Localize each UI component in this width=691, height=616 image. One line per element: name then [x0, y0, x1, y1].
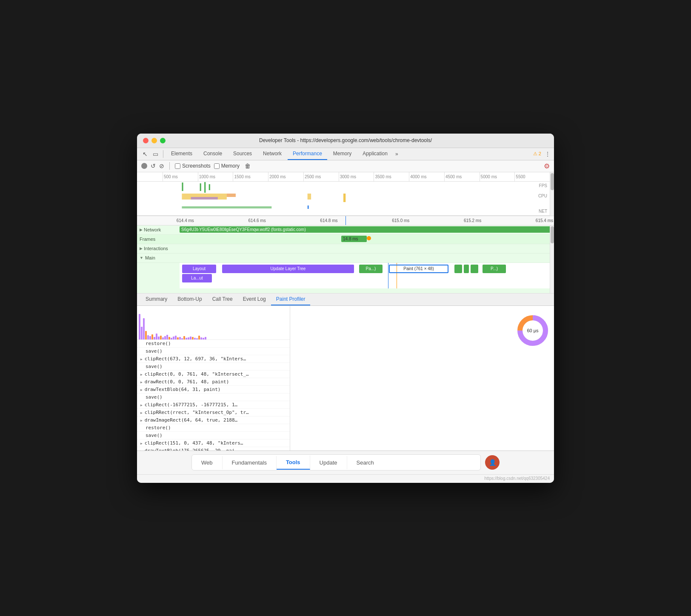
log-item-8[interactable]: clipRect(-16777215, -16777215, 1… — [137, 401, 290, 409]
frames-content: 14.8 ms — [180, 234, 554, 244]
tab-console[interactable]: Console — [198, 148, 227, 160]
block-sm3[interactable] — [471, 265, 478, 273]
log-item-1[interactable]: save() — [137, 348, 290, 355]
reload-button[interactable]: ↺ — [151, 163, 156, 169]
svg-rect-8 — [343, 194, 346, 202]
tab-bottomup[interactable]: Bottom-Up — [172, 294, 207, 305]
log-item-14[interactable]: drawTextBlob(175.265625, 29, pai… — [137, 447, 290, 451]
frames-bar-text: 14.8 ms — [343, 237, 358, 241]
tab-performance[interactable]: Performance — [288, 148, 327, 160]
bar-5 — [147, 335, 149, 339]
watermark: https://blog.csdn.net/qq632305424 — [485, 476, 550, 481]
browser-nav-tools[interactable]: Tools — [277, 456, 310, 470]
screenshots-input[interactable] — [175, 163, 180, 169]
svg-rect-3 — [209, 184, 210, 190]
ruler-4000: 4000 ms — [409, 172, 444, 181]
close-button[interactable] — [143, 138, 148, 143]
timeline-overview-container: 500 ms 1000 ms 1500 ms 2000 ms 2500 ms 3… — [137, 172, 554, 216]
donut-container: 60 μs — [516, 314, 550, 348]
tab-elements[interactable]: Elements — [166, 148, 197, 160]
block-layout2[interactable]: La...ut — [182, 274, 212, 282]
tab-paintprofiler[interactable]: Paint Profiler — [271, 294, 311, 305]
log-item-5[interactable]: drawRect(0, 0, 761, 48, paint) — [137, 378, 290, 386]
tab-sources[interactable]: Sources — [228, 148, 257, 160]
bar-22 — [183, 336, 185, 339]
tab-eventlog[interactable]: Event Log — [238, 294, 271, 305]
timeline-scrollbar[interactable] — [550, 172, 554, 216]
ruler-3000: 3000 ms — [339, 172, 374, 181]
tab-network[interactable]: Network — [258, 148, 287, 160]
block-layout1[interactable]: Layout — [182, 265, 216, 273]
zoom-marks: 614.4 ms 614.6 ms 614.8 ms 615.0 ms 615.… — [176, 216, 554, 225]
log-item-2[interactable]: clipRect(673, 12, 697, 36, "kInters… — [137, 355, 290, 363]
block-sm2[interactable] — [464, 265, 469, 273]
cpu-label: CPU — [538, 194, 547, 198]
log-item-13[interactable]: clipRect(151, 0, 437, 48, "kInters… — [137, 439, 290, 447]
sep2 — [169, 162, 170, 170]
overflow-menu[interactable]: ⋮ — [545, 151, 551, 157]
block-sm1[interactable] — [454, 265, 462, 273]
bar-26 — [192, 337, 194, 339]
traffic-lights — [143, 138, 166, 143]
browser-nav-search[interactable]: Search — [347, 456, 383, 469]
log-item-4[interactable]: clipRect(0, 0, 761, 48, "kIntersect_… — [137, 371, 290, 378]
donut-label: 60 μs — [527, 328, 538, 333]
block-pa1[interactable]: Pa...) — [359, 265, 383, 273]
more-tabs[interactable]: » — [395, 151, 398, 157]
log-item-6[interactable]: drawTextBlob(64, 31, paint) — [137, 386, 290, 394]
log-item-11[interactable]: restore() — [137, 424, 290, 432]
sep1 — [163, 150, 163, 158]
right-scrollbar[interactable] — [550, 225, 554, 293]
browser-nav-update[interactable]: Update — [310, 456, 347, 469]
block-update[interactable]: Update Layer Tree — [222, 265, 354, 273]
bar-7 — [151, 334, 153, 339]
record-toolbar: ↺ ⊘ Screenshots Memory 🗑 ⚙ — [137, 160, 554, 172]
bar-1 — [139, 314, 140, 339]
tab-calltree[interactable]: Call Tree — [207, 294, 238, 305]
minimize-button[interactable] — [151, 138, 157, 143]
ruler-marks: 500 ms 1000 ms 1500 ms 2000 ms 2500 ms 3… — [163, 172, 550, 181]
log-item-10[interactable]: drawImageRect(64, 64, true, 2188… — [137, 416, 290, 424]
network-content: S6g4U3t-Y5UEw0lE80llgEseQY3FEmqw.woff2 (… — [180, 225, 554, 235]
cursor-tool[interactable]: ↖ — [140, 149, 150, 159]
right-scrollbar-thumb[interactable] — [551, 226, 554, 243]
trash-button[interactable]: 🗑 — [245, 163, 251, 169]
browser-nav: Web Fundamentals Tools Update Search — [191, 454, 481, 471]
overview-area[interactable]: FPS CPU NET — [137, 182, 550, 216]
maximize-button[interactable] — [160, 138, 166, 143]
bottom-content: restore() save() clipRect(673, 12, 697, … — [137, 306, 554, 451]
block-pend[interactable]: P...) — [483, 265, 506, 273]
memory-checkbox[interactable]: Memory — [214, 163, 240, 169]
clear-button[interactable]: ⊘ — [159, 163, 164, 169]
browser-nav-web[interactable]: Web — [192, 456, 223, 469]
tab-memory[interactable]: Memory — [328, 148, 357, 160]
bar-14 — [166, 335, 168, 339]
log-item-12[interactable]: save() — [137, 432, 290, 439]
ruler-1000: 1000 ms — [198, 172, 233, 181]
bar-13 — [164, 336, 166, 339]
block-paint761[interactable]: Paint (761 × 48) — [389, 265, 448, 273]
device-toggle[interactable]: ▭ — [151, 149, 160, 159]
flame-chart-area: ▶ Network S6g4U3t-Y5UEw0lE80llgEseQY3FEm… — [137, 225, 554, 294]
log-item-3[interactable]: save() — [137, 363, 290, 371]
memory-input[interactable] — [214, 163, 220, 169]
scrollbar-thumb[interactable] — [551, 173, 554, 190]
bar-12 — [162, 337, 164, 339]
frames-dot — [367, 236, 371, 240]
browser-nav-fundamentals[interactable]: Fundamentals — [223, 456, 277, 469]
tab-application[interactable]: Application — [357, 148, 393, 160]
zoom-614.6: 614.6 ms — [248, 218, 266, 223]
screenshots-checkbox[interactable]: Screenshots — [175, 163, 211, 169]
log-item-0[interactable]: restore() — [137, 340, 290, 348]
bar-15 — [168, 337, 170, 339]
log-item-9[interactable]: clipRRect(rrect, "kIntersect_Op", tr… — [137, 409, 290, 416]
paint-visual-panel: 60 μs — [290, 306, 554, 451]
avatar[interactable]: 👤 — [485, 455, 500, 470]
tab-summary[interactable]: Summary — [140, 294, 172, 305]
settings-button[interactable]: ⚙ — [544, 162, 550, 170]
log-item-7[interactable]: save() — [137, 394, 290, 401]
ruler-500: 500 ms — [163, 172, 198, 181]
svg-rect-0 — [182, 183, 183, 191]
record-button[interactable] — [141, 163, 147, 169]
devtools-window: Developer Tools - https://developers.goo… — [137, 134, 554, 483]
